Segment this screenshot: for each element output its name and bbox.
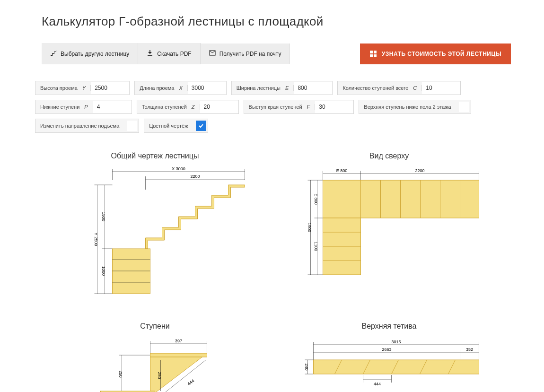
param-flip: Изменить направление подъема <box>35 119 139 133</box>
choose-other-label: Выбрать другую лестницу <box>61 51 129 57</box>
param-thick: Толщина ступеней Z <box>137 100 239 114</box>
params-row: Высота проема Y Длина проема X Ширина ле… <box>33 81 511 133</box>
thick-input[interactable] <box>200 101 238 113</box>
param-color: Цветной чертёж <box>144 119 208 133</box>
param-top-below: Верхняя ступень ниже пола 2 этажа <box>359 100 471 114</box>
dim-label: 2663 <box>382 347 391 352</box>
email-pdf-label: Получить PDF на почту <box>219 51 281 57</box>
dim-label: 352 <box>466 347 473 352</box>
diagram-stringer: Верхняя тетива 3015 2663 352 240 444 <box>281 322 497 392</box>
cta-label: УЗНАТЬ СТОИМОСТЬ ЭТОЙ ЛЕСТНИЦЫ <box>382 51 501 57</box>
param-label: Длина проема <box>135 85 179 91</box>
diagram-step: Ступени 397 250 250 444 Z 20 <box>47 322 263 392</box>
flip-checkbox[interactable] <box>127 121 137 131</box>
svg-rect-1 <box>370 51 373 53</box>
mail-icon <box>209 50 216 57</box>
param-label: Цветной чертёж <box>144 123 193 129</box>
top-below-checkbox[interactable] <box>459 102 469 112</box>
download-pdf-label: Скачать PDF <box>157 51 191 57</box>
dim-label: 1900 <box>307 223 312 232</box>
diagram-title: Ступени <box>47 322 263 331</box>
dim-label: E 800 <box>314 193 318 205</box>
dim-label: 1500 <box>101 212 106 221</box>
param-label: Изменить направление подъема <box>35 123 124 129</box>
dim-label: 397 <box>175 339 182 343</box>
param-label: Ширина лестницы <box>232 85 285 91</box>
dim-label: 444 <box>187 378 195 386</box>
param-label: Высота проема <box>35 85 82 91</box>
param-label: Толщина ступеней <box>137 104 192 110</box>
dim-label: 250 <box>157 372 162 379</box>
dim-label: Y 2500 <box>94 233 98 246</box>
param-width: Ширина лестницы E <box>231 81 333 95</box>
lower-input[interactable] <box>93 101 132 113</box>
param-overhang: Выступ края ступеней F <box>244 100 354 114</box>
width-input[interactable] <box>294 82 332 94</box>
download-pdf-button[interactable]: Скачать PDF <box>138 43 200 64</box>
dim-label: 250 <box>118 370 123 377</box>
overhang-input[interactable] <box>315 101 353 113</box>
length-input[interactable] <box>188 82 226 94</box>
svg-rect-4 <box>374 54 377 57</box>
svg-rect-17 <box>113 249 150 294</box>
param-sym: C <box>413 85 422 91</box>
svg-marker-16 <box>146 185 245 249</box>
diagram-title: Общий чертеж лестницы <box>47 152 263 160</box>
dim-label: 240 <box>304 363 309 370</box>
param-sym: Y <box>82 85 91 91</box>
param-lower: Нижние ступени P <box>35 100 132 114</box>
param-label: Выступ края ступеней <box>244 104 307 110</box>
email-pdf-button[interactable]: Получить PDF на почту <box>201 44 290 64</box>
cta-price-button[interactable]: УЗНАТЬ СТОИМОСТЬ ЭТОЙ ЛЕСТНИЦЫ <box>360 44 511 64</box>
divider <box>33 74 511 74</box>
param-label: Нижние ступени <box>35 104 84 110</box>
svg-rect-49 <box>150 353 207 357</box>
dim-label: 1100 <box>314 242 318 251</box>
diagrams: Общий чертеж лестницы X 3000 2200 Y 2500… <box>33 133 511 392</box>
svg-rect-32 <box>323 180 361 218</box>
diagram-title: Верхняя тетива <box>281 322 497 331</box>
param-label: Количество ступеней всего <box>338 85 413 91</box>
param-length: Длина проема X <box>134 81 227 95</box>
stairs-icon <box>50 50 57 58</box>
param-steps: Количество ступеней всего C <box>337 81 461 95</box>
color-checkbox[interactable] <box>196 121 206 131</box>
param-sym: Z <box>192 104 200 110</box>
steps-input[interactable] <box>422 82 460 94</box>
toolbar: Выбрать другую лестницу Скачать PDF Полу… <box>42 43 511 64</box>
page-title: Калькулятор Г-образной лестницы с площад… <box>42 14 511 29</box>
dim-label: X 3000 <box>172 166 185 171</box>
diagram-overall: Общий чертеж лестницы X 3000 2200 Y 2500… <box>47 152 263 298</box>
dim-label: 2200 <box>190 174 200 179</box>
svg-rect-2 <box>374 51 377 53</box>
dim-label: 444 <box>374 382 381 386</box>
grid-icon <box>369 50 377 58</box>
param-sym: X <box>179 85 187 91</box>
param-sym: F <box>307 104 316 110</box>
svg-rect-33 <box>361 180 479 218</box>
download-icon <box>147 50 153 58</box>
dim-label: 1000 <box>101 266 106 276</box>
height-input[interactable] <box>91 82 129 94</box>
dim-label: 2200 <box>415 168 424 173</box>
param-sym: E <box>285 85 294 91</box>
choose-other-button[interactable]: Выбрать другую лестницу <box>42 43 138 64</box>
dim-label: E 800 <box>336 168 348 173</box>
param-sym: P <box>84 104 93 110</box>
diagram-title: Вид сверху <box>281 152 497 160</box>
svg-rect-3 <box>370 54 373 57</box>
param-height: Высота проема Y <box>35 81 130 95</box>
param-label: Верхняя ступень ниже пола 2 этажа <box>359 104 456 110</box>
diagram-top: Вид сверху E 800 2200 1900 E 800 1100 <box>281 152 497 298</box>
dim-label: 3015 <box>391 340 401 344</box>
